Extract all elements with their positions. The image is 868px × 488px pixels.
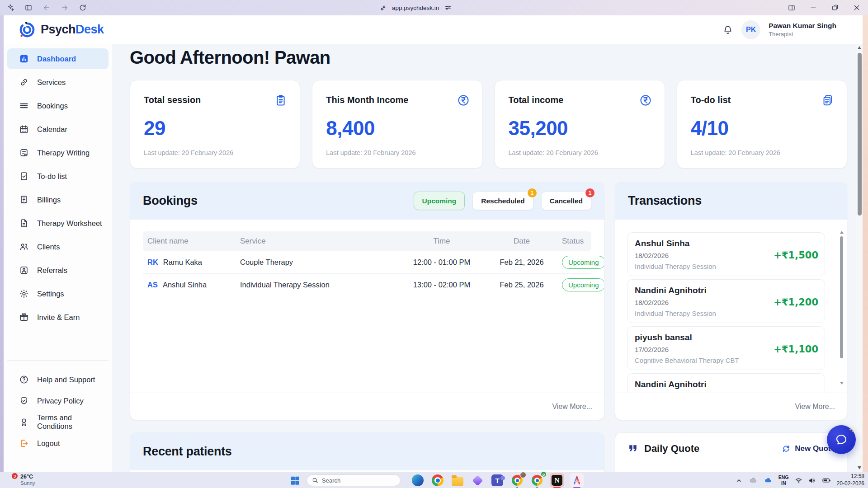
scroll-up-arrow[interactable]: [858, 46, 861, 49]
users-icon: [19, 242, 29, 252]
volume-icon[interactable]: [808, 477, 816, 484]
transaction-name: Nandini Agnihotri: [635, 380, 817, 389]
user-info[interactable]: Pawan Kumar Singh Therapist: [769, 22, 836, 38]
document-icon: [19, 218, 29, 228]
window-left-edge: [0, 15, 4, 472]
tray-time: 12:58: [837, 473, 864, 480]
sidebar-item-invite-earn[interactable]: Invite & Earn: [7, 307, 108, 328]
restore-icon[interactable]: [831, 4, 839, 12]
split-screen-icon[interactable]: [788, 4, 796, 12]
transactions-scrollbar-thumb[interactable]: [840, 236, 843, 358]
user-avatar[interactable]: PK: [741, 20, 760, 39]
weather-widget[interactable]: 3 26°C Sunny: [5, 474, 35, 486]
sidebar-item-calendar[interactable]: Calendar: [7, 119, 108, 140]
close-icon[interactable]: [853, 4, 861, 12]
sidebar-item-clients[interactable]: Clients: [7, 236, 108, 257]
tray-chevron-up-icon[interactable]: [735, 477, 743, 484]
sidebar-toggle-icon[interactable]: [24, 4, 33, 12]
bookings-tab-rescheduled[interactable]: Rescheduled1: [472, 192, 533, 210]
sidebar-item-label: To-do list: [37, 172, 67, 181]
brand-logo[interactable]: PsychDesk: [4, 21, 104, 39]
forward-icon[interactable]: [61, 4, 69, 12]
sidebar-item-services[interactable]: Services: [7, 72, 108, 93]
taskbar-search-input[interactable]: Search: [307, 474, 401, 486]
weather-cloud-icon[interactable]: [749, 476, 758, 485]
file-explorer-icon[interactable]: [450, 473, 465, 488]
sidebar-item-therapy-writing[interactable]: Therapy Writing: [7, 142, 108, 163]
sidebar-item-label: Therapy Worksheet: [37, 219, 102, 228]
status-badge: Upcoming: [562, 278, 604, 291]
sidebar-item-label: Invite & Earn: [37, 313, 80, 322]
windows-start-icon[interactable]: [289, 475, 301, 486]
battery-icon[interactable]: [822, 476, 831, 485]
back-icon[interactable]: [42, 4, 51, 12]
transaction-amount: +₹1,200: [774, 297, 818, 308]
sidebar-item-label: Clients: [37, 243, 60, 251]
transactions-scrollbar[interactable]: [840, 231, 844, 385]
notion-icon[interactable]: N: [550, 473, 564, 488]
sidebar-item-to-do-list[interactable]: To-do list: [7, 166, 108, 187]
scroll-down-arrow[interactable]: [858, 466, 861, 469]
quote-icon: [627, 443, 639, 455]
user-name: Pawan Kumar Singh: [769, 22, 836, 30]
new-quote-button[interactable]: New Quote: [782, 444, 835, 453]
booking-row[interactable]: RKRamu KakaCouple Therapy12:00 - 01:00 P…: [143, 251, 591, 273]
weather-badge: 3: [11, 473, 18, 479]
transaction-item[interactable]: Anshul Sinha18/02/2026Individual Therapy…: [627, 232, 825, 276]
address-bar[interactable]: app.psychdesk.in: [380, 0, 452, 15]
column-header-service: Service: [236, 237, 397, 246]
booking-row[interactable]: ASAnshul SinhaIndividual Therapy Session…: [143, 273, 591, 296]
search-icon: [312, 477, 318, 483]
date-cell: Feb 25, 2026: [486, 281, 557, 289]
page-scrollbar[interactable]: [856, 44, 863, 472]
stats-row: Total session29Last update: 20 February …: [130, 80, 847, 169]
extension-icon[interactable]: [6, 4, 14, 12]
transaction-item[interactable]: piyush bansal17/02/2026Cognitive Behavio…: [627, 326, 825, 370]
bookings-table-header: Client nameServiceTimeDateStatus: [143, 231, 591, 251]
chat-fab-button[interactable]: [827, 425, 856, 454]
sidebar-footer-item-terms-and-conditions[interactable]: Terms and Conditions: [7, 412, 108, 432]
reload-icon[interactable]: [79, 4, 87, 12]
sparkle-icon: [848, 427, 854, 433]
sidebar-item-bookings[interactable]: Bookings: [7, 95, 108, 116]
sidebar-footer-item-privacy-policy[interactable]: Privacy Policy: [7, 391, 108, 411]
minimize-icon[interactable]: [809, 4, 817, 12]
sidebar-item-settings[interactable]: Settings: [7, 283, 108, 304]
bookings-tab-cancelled[interactable]: Cancelled1: [541, 192, 591, 210]
transaction-item[interactable]: Nandini Agnihotri18/02/2026Individual Th…: [627, 279, 825, 323]
sidebar-item-billings[interactable]: Billings: [7, 189, 108, 210]
tune-icon[interactable]: [444, 4, 452, 11]
client-name: Ramu Kaka: [163, 258, 202, 266]
transaction-service: Individual Therapy Session: [635, 310, 817, 317]
weather-condition: Sunny: [20, 480, 35, 486]
sidebar-footer-item-help-and-support[interactable]: Help and Support: [7, 370, 108, 389]
teams-icon[interactable]: T: [490, 473, 505, 488]
letter-a-app-icon[interactable]: [570, 473, 584, 488]
language-switcher[interactable]: ENG IN: [778, 474, 789, 486]
bookings-view-more-link[interactable]: View More...: [552, 403, 592, 411]
gear-icon: [19, 289, 29, 299]
chrome-profile-2-icon[interactable]: p: [530, 473, 544, 488]
search-placeholder: Search: [322, 477, 340, 484]
clipboard-copy-icon: [821, 94, 834, 107]
onedrive-icon[interactable]: [764, 476, 773, 485]
sidebar-nav: DashboardServicesBookingsCalendarTherapy…: [4, 44, 112, 328]
stat-value: 35,200: [509, 117, 651, 140]
purple-gem-icon[interactable]: [470, 473, 485, 488]
sidebar-item-therapy-worksheet[interactable]: Therapy Worksheet: [7, 213, 108, 234]
clock-widget[interactable]: 12:58 20-02-2026: [837, 473, 864, 487]
bookings-tab-upcoming[interactable]: Upcoming: [414, 192, 465, 210]
chrome-icon[interactable]: [430, 473, 445, 488]
wifi-icon[interactable]: [795, 477, 802, 484]
notifications-bell-icon[interactable]: [722, 24, 733, 35]
chrome-profile-1-icon[interactable]: [510, 473, 524, 488]
transaction-item[interactable]: Nandini Agnihotri: [627, 373, 825, 393]
sidebar-item-label: Privacy Policy: [37, 397, 84, 405]
sidebar-item-referrals[interactable]: Referrals: [7, 260, 108, 281]
page-scrollbar-thumb[interactable]: [858, 53, 862, 216]
sidebar-item-dashboard[interactable]: Dashboard: [7, 48, 108, 69]
bar-chart-icon: [19, 54, 29, 64]
transactions-view-more-link[interactable]: View More...: [795, 403, 835, 411]
edge-icon[interactable]: [410, 473, 425, 488]
sidebar-footer-item-logout[interactable]: Logout: [7, 433, 108, 453]
